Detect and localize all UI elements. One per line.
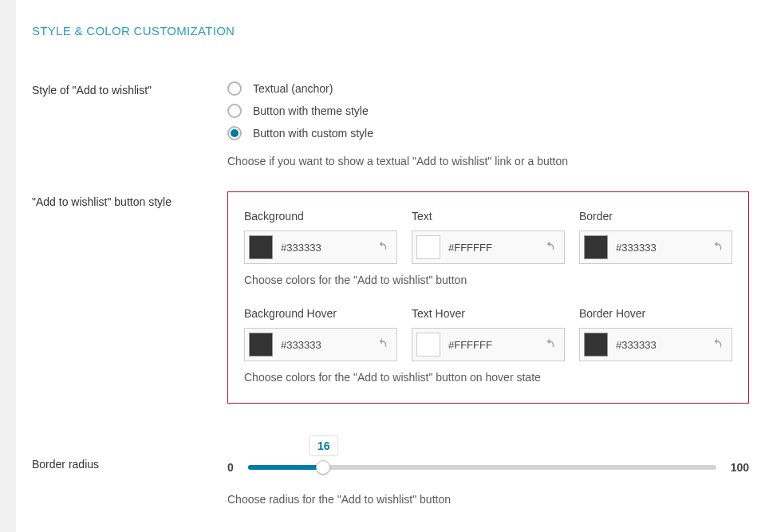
color-swatch [416, 235, 440, 259]
color-label: Text [412, 210, 565, 223]
border-radius-label: Border radius [32, 435, 227, 471]
radio-label: Button with custom style [253, 127, 373, 140]
color-label: Background [244, 210, 397, 223]
color-swatch [584, 235, 608, 259]
color-picker-background-hover[interactable]: #333333 [244, 328, 397, 361]
color-picker-text-hover[interactable]: #FFFFFF [412, 328, 565, 361]
color-label: Text Hover [412, 307, 565, 320]
hex-value: #333333 [281, 242, 368, 254]
hex-value: #333333 [616, 242, 703, 254]
slider-min-label: 0 [227, 461, 234, 474]
radio-icon [227, 126, 242, 140]
color-row-hover: Background Hover #333333 Text Hover #FFF… [244, 307, 732, 361]
color-cell-border: Border #333333 [579, 210, 732, 264]
slider-track-wrap: 0 100 [227, 461, 749, 474]
radio-option-theme-style[interactable]: Button with theme style [227, 104, 749, 118]
reset-icon[interactable] [376, 338, 388, 351]
style-radio-list: Textual (anchor) Button with theme style… [227, 81, 749, 140]
reset-icon[interactable] [543, 338, 556, 351]
color-picker-border[interactable]: #333333 [579, 231, 732, 264]
color-picker-border-hover[interactable]: #333333 [579, 328, 732, 361]
slider-tooltip: 16 [309, 435, 339, 456]
color-swatch [249, 333, 273, 357]
style-field-content: Textual (anchor) Button with theme style… [227, 81, 749, 167]
hex-value: #FFFFFF [448, 242, 535, 254]
slider-track[interactable] [248, 465, 716, 470]
color-row-normal-desc: Choose colors for the "Add to wishlist" … [244, 274, 732, 286]
border-radius-content: 16 0 100 Choose radius for the "Add to w… [227, 435, 749, 506]
button-style-label: "Add to wishlist" button style [32, 193, 227, 208]
hex-value: #333333 [281, 339, 368, 351]
color-swatch [249, 235, 273, 259]
color-cell-border-hover: Border Hover #333333 [579, 307, 732, 361]
color-cell-text: Text #FFFFFF [412, 210, 565, 264]
color-row-normal: Background #333333 Text #FFFFFF [244, 210, 732, 264]
radio-icon [227, 81, 242, 96]
border-radius-row: Border radius 16 0 100 Choose radius for… [32, 435, 749, 506]
color-cell-background: Background #333333 [244, 210, 397, 264]
button-style-highlight-box: Background #333333 Text #FFFFFF [227, 191, 749, 404]
radio-option-textual[interactable]: Textual (anchor) [227, 81, 749, 96]
reset-icon[interactable] [711, 241, 724, 254]
slider-fill [248, 465, 323, 470]
color-picker-text[interactable]: #FFFFFF [412, 231, 565, 264]
style-field-row: Style of "Add to wishlist" Textual (anch… [32, 81, 749, 167]
color-picker-background[interactable]: #333333 [244, 231, 397, 264]
slider-max-label: 100 [731, 461, 749, 474]
radio-icon [227, 104, 242, 118]
color-row-hover-desc: Choose colors for the "Add to wishlist" … [244, 371, 732, 384]
button-style-section: "Add to wishlist" button style Backgroun… [32, 191, 749, 404]
color-cell-text-hover: Text Hover #FFFFFF [412, 307, 565, 361]
settings-panel: STYLE & COLOR CUSTOMIZATION Style of "Ad… [16, 0, 773, 532]
style-help-text: Choose if you want to show a textual "Ad… [227, 155, 749, 167]
color-label: Border Hover [579, 307, 732, 320]
color-label: Border [579, 210, 732, 223]
radio-option-custom-style[interactable]: Button with custom style [227, 126, 749, 140]
radio-label: Textual (anchor) [253, 82, 333, 95]
color-swatch [416, 333, 440, 357]
reset-icon[interactable] [711, 338, 724, 351]
reset-icon[interactable] [543, 241, 556, 254]
hex-value: #FFFFFF [448, 339, 535, 351]
slider-handle[interactable] [316, 460, 330, 475]
section-title: STYLE & COLOR CUSTOMIZATION [32, 24, 749, 37]
color-label: Background Hover [244, 307, 397, 320]
slider-container: 16 0 100 [227, 435, 749, 474]
radio-label: Button with theme style [253, 104, 369, 117]
color-cell-background-hover: Background Hover #333333 [244, 307, 397, 361]
border-radius-desc: Choose radius for the "Add to wishlist" … [227, 493, 749, 506]
style-field-label: Style of "Add to wishlist" [32, 81, 227, 97]
hex-value: #333333 [616, 339, 703, 351]
reset-icon[interactable] [376, 241, 388, 254]
color-swatch [584, 333, 608, 357]
